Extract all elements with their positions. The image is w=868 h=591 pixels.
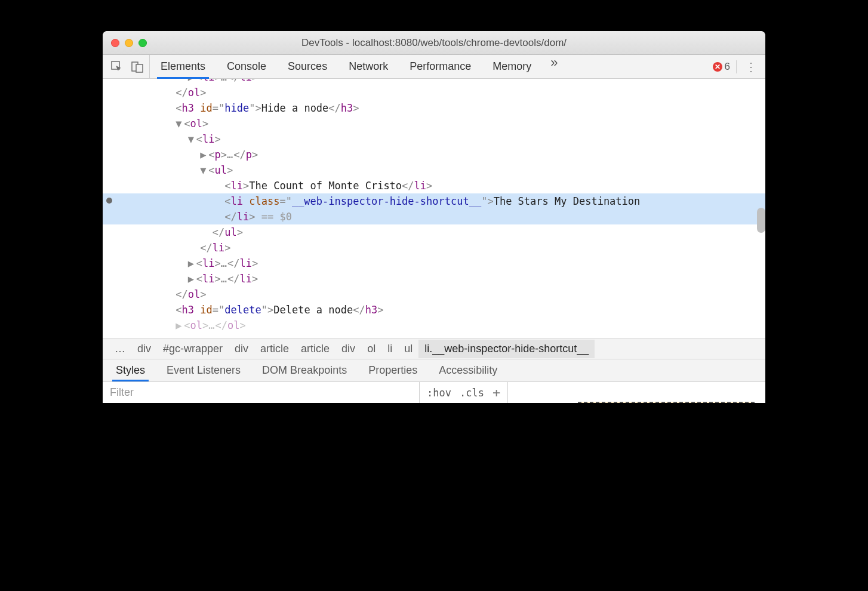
disclosure-down-icon[interactable]: ▼ xyxy=(188,131,196,147)
dom-line[interactable]: ▶<p>…</p> xyxy=(103,147,765,162)
close-window-button[interactable] xyxy=(111,39,119,47)
tab-network[interactable]: Network xyxy=(338,55,399,78)
error-count-number: 6 xyxy=(725,61,730,73)
dom-line[interactable]: <h3 id="hide">Hide a node</h3> xyxy=(103,100,765,116)
error-count[interactable]: ✕ 6 xyxy=(713,61,730,73)
disclosure-right-icon[interactable]: ▶ xyxy=(200,147,208,162)
dom-line[interactable]: </ol> xyxy=(103,287,765,302)
subtab-event-listeners[interactable]: Event Listeners xyxy=(156,359,251,381)
breadcrumb-item[interactable]: div xyxy=(229,340,254,358)
hidden-node-indicator-icon xyxy=(106,198,112,204)
styles-controls: :hov .cls + xyxy=(419,382,507,403)
main-tabs: Elements Console Sources Network Perform… xyxy=(150,55,707,78)
devtools-window: DevTools - localhost:8080/web/tools/chro… xyxy=(103,31,765,403)
breadcrumb-item[interactable]: ul xyxy=(398,340,418,358)
minimize-window-button[interactable] xyxy=(125,39,133,47)
dom-line[interactable]: ▶<ol>…</ol> xyxy=(103,318,765,333)
disclosure-down-icon[interactable]: ▼ xyxy=(176,116,184,131)
toolbar-separator xyxy=(736,60,737,73)
elements-dom-tree[interactable]: ▶<li>…</li> </ol> <h3 id="hide">Hide a n… xyxy=(103,79,765,338)
breadcrumb-item[interactable]: ol xyxy=(361,340,381,358)
tabs-overflow-button[interactable]: » xyxy=(542,55,566,78)
margin-box-indicator xyxy=(578,402,755,403)
device-toolbar-icon[interactable] xyxy=(131,61,143,73)
tab-elements[interactable]: Elements xyxy=(150,55,216,78)
dom-line[interactable]: <li>The Count of Monte Cristo</li> xyxy=(103,178,765,193)
dom-selected-node[interactable]: <li class="__web-inspector-hide-shortcut… xyxy=(103,193,765,224)
disclosure-right-icon[interactable]: ▶ xyxy=(188,256,196,271)
traffic-lights xyxy=(103,39,147,47)
breadcrumb-item[interactable]: article xyxy=(295,340,335,358)
tab-sources[interactable]: Sources xyxy=(277,55,338,78)
dom-line[interactable]: ▶<li>…</li> xyxy=(103,256,765,271)
breadcrumb-item[interactable]: article xyxy=(254,340,295,358)
disclosure-down-icon[interactable]: ▼ xyxy=(200,162,208,178)
main-toolbar: Elements Console Sources Network Perform… xyxy=(103,55,765,79)
toolbar-left xyxy=(103,55,150,78)
disclosure-right-icon[interactable]: ▶ xyxy=(188,271,196,287)
dom-line[interactable]: ▼<li> xyxy=(103,131,765,147)
subtab-properties[interactable]: Properties xyxy=(358,359,428,381)
breadcrumb-item[interactable]: #gc-wrapper xyxy=(157,340,229,358)
tab-console[interactable]: Console xyxy=(216,55,277,78)
styles-toolbar: :hov .cls + xyxy=(103,381,765,403)
dom-line[interactable]: <h3 id="delete">Delete a node</h3> xyxy=(103,302,765,318)
error-icon: ✕ xyxy=(713,62,722,72)
disclosure-right-icon[interactable]: ▶ xyxy=(188,79,196,85)
settings-menu-icon[interactable]: ⋮ xyxy=(743,60,759,74)
toolbar-right: ✕ 6 ⋮ xyxy=(707,55,765,78)
scrollbar-thumb[interactable] xyxy=(757,208,765,233)
box-model-preview xyxy=(507,382,765,403)
dom-line[interactable]: </li> xyxy=(103,240,765,256)
titlebar: DevTools - localhost:8080/web/tools/chro… xyxy=(103,31,765,55)
dom-breadcrumbs: … div #gc-wrapper div article article di… xyxy=(103,338,765,359)
window-title: DevTools - localhost:8080/web/tools/chro… xyxy=(103,37,765,49)
class-toggle[interactable]: .cls xyxy=(460,387,484,399)
breadcrumb-item[interactable]: div xyxy=(131,340,157,358)
dom-line[interactable]: ▶<li>…</li> xyxy=(103,79,765,85)
dom-line[interactable]: ▶<li>…</li> xyxy=(103,271,765,287)
breadcrumb-ellipsis[interactable]: … xyxy=(109,340,131,358)
zoom-window-button[interactable] xyxy=(138,39,147,47)
breadcrumb-item[interactable]: li xyxy=(381,340,398,358)
dom-line[interactable]: </ul> xyxy=(103,224,765,240)
subtab-accessibility[interactable]: Accessibility xyxy=(428,359,508,381)
breadcrumb-item-selected[interactable]: li.__web-inspector-hide-shortcut__ xyxy=(418,340,595,358)
styles-filter-input[interactable] xyxy=(103,382,419,403)
breadcrumb-item[interactable]: div xyxy=(335,340,361,358)
svg-rect-2 xyxy=(136,64,143,72)
dom-line[interactable]: </ol> xyxy=(103,85,765,100)
tab-memory[interactable]: Memory xyxy=(482,55,542,78)
dom-line[interactable]: ▼<ol> xyxy=(103,116,765,131)
new-style-rule-icon[interactable]: + xyxy=(493,385,500,400)
sidebar-tabs: Styles Event Listeners DOM Breakpoints P… xyxy=(103,359,765,381)
tab-performance[interactable]: Performance xyxy=(399,55,482,78)
dom-line[interactable]: ▼<ul> xyxy=(103,162,765,178)
inspect-element-icon[interactable] xyxy=(111,61,123,73)
subtab-styles[interactable]: Styles xyxy=(105,359,156,381)
hover-toggle[interactable]: :hov xyxy=(427,387,451,399)
subtab-dom-breakpoints[interactable]: DOM Breakpoints xyxy=(251,359,358,381)
